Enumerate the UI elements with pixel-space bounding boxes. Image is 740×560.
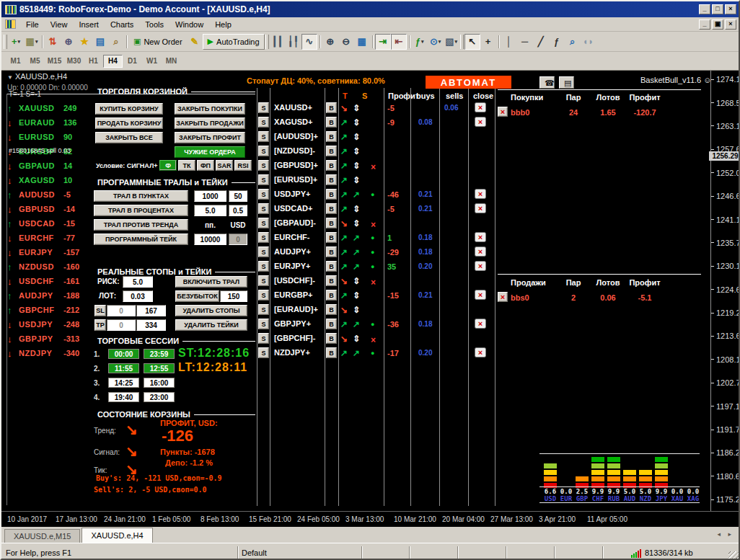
session-to-button[interactable]: 16:00: [144, 378, 175, 388]
tp-field-2[interactable]: 334: [136, 319, 166, 331]
sell-pair-button[interactable]: S: [258, 174, 269, 185]
sell-pair-button[interactable]: S: [258, 117, 269, 128]
timeframe-button[interactable]: D1: [123, 55, 142, 68]
trail-mode-button[interactable]: ТРАЛ В ПРОЦЕНТАХ: [94, 205, 188, 216]
autotrading-button[interactable]: ▶ ▾ AutoTrading: [203, 34, 265, 50]
signal-mode-button[interactable]: ТК: [178, 160, 195, 171]
tp-button[interactable]: TP: [94, 319, 106, 331]
sell-pair-button[interactable]: S: [258, 333, 269, 344]
close-pair-button[interactable]: [475, 290, 486, 300]
sell-pair-button[interactable]: S: [258, 189, 269, 200]
close-pair-button[interactable]: [475, 261, 486, 271]
price-scale[interactable]: 1274.101268.551263.151257.601252.051246.…: [711, 71, 739, 511]
session-from-button[interactable]: 19:40: [108, 392, 139, 402]
tile-windows-icon[interactable]: ▦ ▾: [354, 34, 370, 50]
printer-button[interactable]: ▤: [559, 76, 574, 89]
trail-value-2[interactable]: 50: [229, 190, 247, 202]
bar-chart-icon[interactable]: ┃┃ ▾: [270, 34, 286, 50]
timeframe-button[interactable]: M30: [64, 55, 84, 68]
trail-value-2[interactable]: 0: [229, 234, 247, 245]
close-profit-button[interactable]: ЗАКРЫТЬ ПРОФИТ: [175, 132, 245, 143]
buy-pair-button[interactable]: B: [326, 304, 337, 315]
lot-field[interactable]: 0.03: [123, 290, 153, 302]
menu-item[interactable]: View: [45, 19, 74, 30]
timeframe-button[interactable]: W1: [142, 55, 162, 68]
enable-trail-button[interactable]: ВКЛЮЧИТЬ ТРАЛ: [175, 276, 247, 288]
sell-pair-button[interactable]: S: [258, 218, 269, 228]
breakeven-field[interactable]: 150: [220, 290, 247, 302]
sl-button[interactable]: SL: [94, 305, 106, 316]
buy-pair-button[interactable]: B: [326, 232, 337, 243]
sell-pair-button[interactable]: S: [258, 319, 269, 329]
close-pair-button[interactable]: [475, 319, 486, 329]
sl-field-1[interactable]: 0: [107, 305, 136, 316]
session-from-button[interactable]: 00:00: [108, 349, 139, 359]
magnifier-icon[interactable]: ⌕ ▾: [565, 34, 581, 50]
menu-item[interactable]: Insert: [73, 19, 105, 30]
close-pair-button[interactable]: [475, 117, 486, 127]
session-to-button[interactable]: 12:55: [144, 363, 175, 373]
tab-scroll-arrows[interactable]: ◂ ▸: [717, 530, 734, 538]
sell-pair-button[interactable]: S: [258, 275, 269, 286]
trail-value-1[interactable]: пп.: [194, 219, 226, 231]
buy-pair-button[interactable]: B: [326, 246, 337, 257]
breakeven-button[interactable]: БЕЗУБЫТОК: [175, 290, 219, 302]
sell-pair-button[interactable]: S: [258, 131, 269, 142]
chart-tab[interactable]: XAUUSD.e,M15: [4, 529, 80, 543]
buy-pair-button[interactable]: B: [326, 174, 337, 185]
chart-shift-icon[interactable]: ⇤ ▾: [391, 34, 407, 50]
symbol-header[interactable]: ▼XAUUSD.e,H4: [7, 72, 67, 81]
buy-pair-button[interactable]: B: [326, 146, 337, 156]
automat-button[interactable]: АВТОМАТ: [426, 76, 511, 89]
timeframe-button[interactable]: M1: [6, 55, 25, 68]
child-restore-button[interactable]: ▣: [712, 19, 723, 30]
buy-pair-button[interactable]: B: [326, 275, 337, 286]
fibonacci-icon[interactable]: ƒ ▾: [549, 34, 565, 50]
navigator-icon[interactable]: ★ ▾: [76, 34, 92, 50]
timeframe-button[interactable]: M15: [45, 55, 64, 68]
trail-mode-button[interactable]: ПРОГРАММНЫЙ ТЕЙК: [94, 234, 188, 245]
buy-pair-button[interactable]: B: [326, 347, 337, 358]
close-all-button[interactable]: ЗАКРЫТЬ ВСЕ: [95, 132, 163, 143]
signal-mode-button[interactable]: Ф: [159, 160, 177, 171]
trendline-icon[interactable]: ╱ ▾: [533, 34, 549, 50]
chat-bubbles-icon[interactable]: ◖◗ ▾: [581, 34, 596, 50]
buy-pair-button[interactable]: B: [326, 218, 337, 228]
sell-pair-button[interactable]: S: [258, 347, 269, 358]
zoom-out-icon[interactable]: ⊖ ▾: [338, 34, 354, 50]
maximize-button[interactable]: □: [712, 4, 723, 14]
menu-item[interactable]: File: [20, 19, 45, 30]
close-basket-button[interactable]: [498, 292, 508, 302]
close-buys-button[interactable]: ЗАКРЫТЬ ПОКУПКИ: [175, 103, 245, 115]
trail-value-1[interactable]: 10000: [194, 234, 226, 245]
sell-basket-button[interactable]: ПРОДАТЬ КОРЗИНУ: [95, 117, 163, 129]
indicators-icon[interactable]: ƒ ▾: [412, 34, 428, 50]
resize-grip[interactable]: [728, 551, 739, 560]
minimize-button[interactable]: _: [699, 4, 710, 14]
timeframe-button[interactable]: MN: [162, 55, 181, 68]
sell-pair-button[interactable]: S: [258, 102, 269, 113]
child-minimize-button[interactable]: _: [699, 19, 710, 30]
session-to-button[interactable]: 23:59: [144, 349, 175, 359]
sell-pair-button[interactable]: S: [258, 146, 269, 156]
close-pair-button[interactable]: [475, 203, 486, 213]
sell-pair-button[interactable]: S: [258, 160, 269, 171]
delete-takes-button[interactable]: УДАЛИТЬ ТЕЙКИ: [175, 319, 247, 331]
market-watch-icon[interactable]: ⇅ ▾: [45, 34, 61, 50]
child-close-button[interactable]: ×: [725, 19, 736, 30]
trail-mode-button[interactable]: ТРАЛ В ПУНКТАХ: [94, 190, 188, 202]
close-pair-button[interactable]: [475, 246, 486, 257]
menu-item[interactable]: Help: [209, 19, 237, 30]
risk-field[interactable]: 5.0: [123, 276, 153, 288]
styler-icon[interactable]: ✎ ▾: [187, 34, 203, 50]
signal-mode-button[interactable]: ФП: [197, 160, 214, 171]
signal-mode-button[interactable]: RSI: [234, 160, 252, 171]
new-order-button[interactable]: ▣ ▾ New Order: [129, 34, 187, 50]
chart-tab[interactable]: XAUUSD.e,H4: [82, 528, 152, 543]
trail-mode-button[interactable]: ТРАЛ ПРОТИВ ТРЕНДА: [94, 219, 188, 231]
buy-pair-button[interactable]: B: [326, 203, 337, 214]
trail-value-2[interactable]: USD: [229, 219, 247, 231]
close-pair-button[interactable]: [475, 102, 486, 112]
profile-name[interactable]: Default: [242, 548, 267, 557]
session-to-button[interactable]: 23:00: [144, 392, 175, 402]
